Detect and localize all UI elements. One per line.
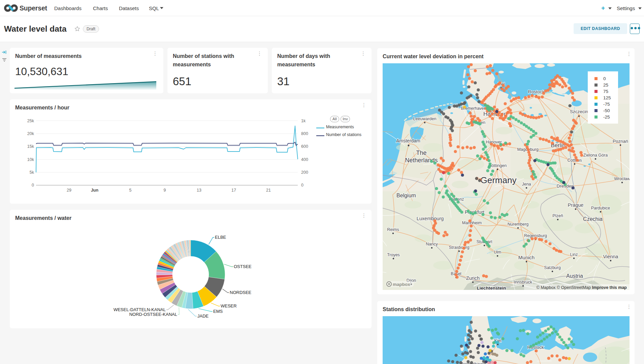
- svg-text:Szczecin: Szczecin: [570, 109, 588, 114]
- svg-text:5k: 5k: [30, 170, 34, 175]
- svg-text:5: 5: [129, 188, 132, 193]
- svg-text:Linz: Linz: [570, 252, 578, 257]
- svg-text:Nancy: Nancy: [426, 242, 438, 246]
- svg-text:Czechia: Czechia: [583, 216, 603, 222]
- svg-text:Netherlands: Netherlands: [405, 157, 438, 164]
- svg-text:21: 21: [266, 188, 271, 193]
- svg-text:400: 400: [301, 157, 308, 162]
- svg-text:NORD-OSTSEE-KANAL: NORD-OSTSEE-KANAL: [129, 312, 177, 317]
- svg-text:Jun: Jun: [91, 188, 98, 193]
- svg-text:Plzeň: Plzeň: [552, 213, 563, 218]
- svg-text:WESER: WESER: [221, 303, 237, 308]
- svg-text:20k: 20k: [27, 131, 34, 136]
- svg-text:Zurich: Zurich: [466, 275, 480, 281]
- svg-text:200: 200: [301, 170, 308, 175]
- svg-text:Leeuwarden: Leeuwarden: [413, 117, 437, 121]
- svg-text:25: 25: [603, 82, 608, 88]
- svg-text:Prague: Prague: [568, 202, 584, 208]
- svg-text:Innsbruck: Innsbruck: [514, 280, 533, 285]
- svg-text:Troyes: Troyes: [387, 253, 400, 257]
- svg-text:125: 125: [603, 95, 611, 100]
- svg-text:Bremerhaven: Bremerhaven: [460, 362, 486, 364]
- svg-text:-25: -25: [603, 114, 610, 120]
- svg-text:Luxembourg: Luxembourg: [417, 216, 444, 221]
- svg-text:Cottbus: Cottbus: [567, 158, 582, 163]
- svg-text:Salzburg: Salzburg: [544, 265, 560, 270]
- svg-text:Strasbourg: Strasbourg: [449, 245, 469, 250]
- svg-text:OSTSEE: OSTSEE: [234, 264, 252, 269]
- svg-text:Zielona Góra: Zielona Góra: [583, 153, 608, 158]
- svg-text:-75: -75: [603, 102, 610, 107]
- svg-text:Jena: Jena: [522, 182, 531, 187]
- svg-text:Ulm: Ulm: [494, 250, 501, 255]
- svg-text:15k: 15k: [27, 144, 34, 149]
- svg-text:JADE: JADE: [197, 313, 209, 319]
- svg-text:25k: 25k: [27, 119, 34, 123]
- svg-text:Hanover: Hanover: [486, 140, 502, 144]
- svg-text:Reims: Reims: [387, 227, 399, 232]
- svg-text:Austria: Austria: [566, 273, 583, 279]
- svg-text:Wrocław: Wrocław: [614, 176, 630, 181]
- svg-text:mapbox: mapbox: [393, 282, 410, 287]
- svg-text:0: 0: [301, 183, 303, 188]
- svg-text:The: The: [416, 150, 426, 156]
- svg-text:Liechtenstein: Liechtenstein: [477, 286, 506, 290]
- svg-text:Belgium: Belgium: [396, 193, 416, 198]
- svg-text:17: 17: [231, 188, 236, 193]
- svg-text:13: 13: [197, 188, 201, 193]
- svg-text:Munich: Munich: [518, 255, 535, 260]
- svg-text:Rostock: Rostock: [528, 89, 545, 94]
- svg-text:75: 75: [603, 89, 608, 94]
- svg-text:9: 9: [164, 188, 166, 193]
- svg-text:0: 0: [603, 76, 606, 81]
- svg-text:10k: 10k: [27, 157, 34, 162]
- svg-text:800: 800: [301, 131, 308, 136]
- svg-text:600: 600: [301, 144, 308, 149]
- svg-text:NORDSEE: NORDSEE: [230, 290, 252, 295]
- svg-text:0: 0: [32, 183, 34, 188]
- svg-text:-50: -50: [603, 108, 610, 113]
- svg-text:Nuremberg: Nuremberg: [508, 222, 529, 227]
- svg-text:© Mapbox © OpenStreetMap Impro: © Mapbox © OpenStreetMap Improve this ma…: [536, 285, 627, 290]
- svg-text:Vienna: Vienna: [603, 254, 619, 259]
- svg-text:29: 29: [67, 188, 71, 193]
- svg-text:ELBE: ELBE: [215, 235, 226, 240]
- svg-text:Amsterdam: Amsterdam: [396, 138, 420, 143]
- svg-text:1k: 1k: [301, 119, 306, 123]
- svg-text:EMS: EMS: [213, 309, 223, 314]
- svg-text:Poznań: Poznań: [613, 139, 628, 144]
- svg-text:WESEL-DATTELN-KANAL: WESEL-DATTELN-KANAL: [114, 307, 166, 312]
- svg-text:Pardubice: Pardubice: [591, 206, 610, 210]
- svg-text:Germany: Germany: [481, 175, 517, 185]
